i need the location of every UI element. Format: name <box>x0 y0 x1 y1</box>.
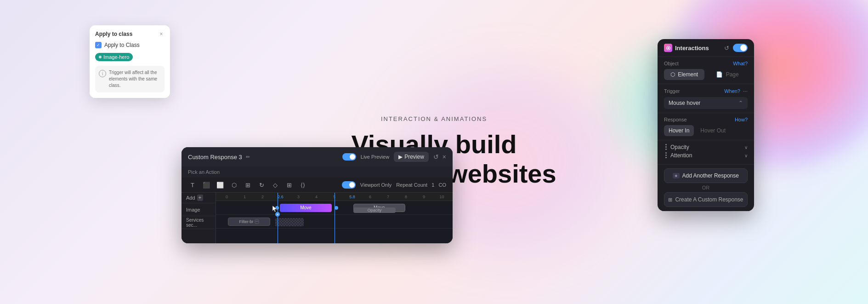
hover-in-tab[interactable]: Hover In <box>664 125 694 136</box>
opacity-action[interactable]: Opacity <box>664 144 689 150</box>
track-bar-filter[interactable]: Filter-br <box>228 218 271 226</box>
page-tab[interactable]: 📄 Page <box>707 69 748 80</box>
class-tag[interactable]: Image-hero <box>95 53 133 61</box>
image-label: Image <box>186 207 200 212</box>
preview-label: Preview <box>404 154 424 160</box>
interactions-icon <box>664 44 672 52</box>
element-tab-label: Element <box>678 71 698 78</box>
ruler-marks: 0 1 2 2.6 3 4 5 5.8 6 7 8 9 10 <box>216 195 453 199</box>
hover-out-tab[interactable]: Hover Out <box>696 125 730 136</box>
opacity-action-row: Opacity ∨ <box>664 144 748 150</box>
info-box: i Trigger will affect all the elements w… <box>95 66 165 92</box>
ruler-8: 8 <box>397 195 415 199</box>
track-services: Filter-br <box>216 215 453 229</box>
or-label: OR <box>664 185 748 190</box>
timeline-controls: Live Preview ▶ Preview ↺ × <box>342 152 446 162</box>
attention-chevron-icon: ∨ <box>744 153 748 158</box>
mouse-hover-dropdown[interactable]: Mouse hover ⌃ <box>664 97 748 109</box>
track-bar-opacity[interactable]: Opacity <box>353 207 396 213</box>
tool-rect[interactable]: ⬛ <box>202 180 211 189</box>
bottom-buttons-section: + Add Another Response OR ⊞ Create A Cus… <box>658 165 754 211</box>
tool-grid[interactable]: ⊞ <box>284 180 294 189</box>
timeline-tracks: 0 1 2 2.6 3 4 5 5.8 6 7 8 9 10 <box>216 193 453 243</box>
track-label-services: Services sec... <box>182 216 216 229</box>
page-tab-label: Page <box>726 71 739 78</box>
timeline-body: Add + Image Services sec... 0 1 2 2.6 3 … <box>182 193 453 243</box>
tools-right: Viewport Only Repeat Count 1 CO <box>342 181 446 189</box>
object-section: Object What? ⬡ Element 📄 Page <box>658 57 754 84</box>
tag-dot <box>99 56 102 58</box>
checkbox-apply-to-class[interactable] <box>95 42 102 48</box>
trigger-row: Trigger When? ··· <box>664 88 748 94</box>
tools-left: T ⬛ ⬜ ⬡ ⊞ ↻ ◇ ⊞ ⟨⟩ <box>188 180 307 189</box>
drag-handle-icon <box>664 144 668 150</box>
timeline-panel: Custom Response 3 ✏ Live Preview ▶ Previ… <box>182 147 453 243</box>
create-custom-response-label: Create A Custom Response <box>675 196 743 203</box>
more-button[interactable]: ··· <box>743 88 748 94</box>
add-response-icon: + <box>673 173 679 178</box>
viewport-toggle[interactable] <box>342 181 356 189</box>
mouse-hover-label: Mouse hover <box>669 100 700 106</box>
close-icon[interactable]: × <box>443 153 446 161</box>
add-label: Add <box>186 195 195 201</box>
ruler-1: 1 <box>236 195 254 199</box>
trigger-controls: When? ··· <box>724 88 748 94</box>
response-section: Response How? Hover In Hover Out <box>658 113 754 140</box>
ruler-6: 6 <box>361 195 379 199</box>
tool-path[interactable]: ⟨⟩ <box>298 180 307 189</box>
attention-label: Attention <box>670 152 692 159</box>
add-row[interactable]: Add + <box>182 193 216 203</box>
timeline-labels: Add + Image Services sec... <box>182 193 216 243</box>
track-bar-move[interactable]: Move <box>280 204 332 212</box>
tool-scale[interactable]: ⊞ <box>243 180 252 189</box>
tool-rotate[interactable]: ↻ <box>257 180 266 189</box>
track-dot-end <box>335 206 338 210</box>
edit-icon[interactable]: ✏ <box>246 154 250 160</box>
add-icon[interactable]: + <box>197 195 203 201</box>
live-preview-toggle[interactable] <box>342 153 356 161</box>
timeline-action-icons: ↺ × <box>433 153 446 161</box>
attention-action[interactable]: Attention <box>664 152 692 159</box>
tool-transform[interactable]: ⬡ <box>229 180 238 189</box>
timeline-header: Custom Response 3 ✏ Live Preview ▶ Previ… <box>182 147 453 166</box>
ruler-2: 2 <box>254 195 272 199</box>
when-link[interactable]: When? <box>724 88 740 94</box>
response-row: Response How? <box>664 117 748 122</box>
preview-button[interactable]: ▶ Preview <box>394 152 429 162</box>
interactions-toggle[interactable] <box>733 44 748 52</box>
response-tabs: Hover In Hover Out <box>664 125 748 136</box>
page-icon: 📄 <box>716 71 723 78</box>
info-icon: i <box>99 70 106 77</box>
pick-action-label: Pick an Action <box>188 169 220 175</box>
undo-icon[interactable]: ↺ <box>433 153 439 161</box>
tag-row: Image-hero <box>95 52 165 61</box>
track-image: Move Move Opacity + <box>216 201 453 215</box>
svg-point-3 <box>667 47 669 49</box>
what-link[interactable]: What? <box>733 61 748 66</box>
object-tabs: ⬡ Element 📄 Page <box>664 69 748 80</box>
how-link[interactable]: How? <box>735 117 748 122</box>
ip-header-icons: ↺ <box>724 44 748 52</box>
timeline-ruler: 0 1 2 2.6 3 4 5 5.8 6 7 8 9 10 <box>216 193 453 201</box>
attention-action-row: Attention ∨ <box>664 152 748 159</box>
live-preview-label: Live Preview <box>361 154 389 160</box>
actions-section: Opacity ∨ Attention ∨ <box>658 140 754 165</box>
tool-text[interactable]: T <box>188 180 197 189</box>
create-custom-response-button[interactable]: ⊞ Create A Custom Response <box>664 192 748 207</box>
checkbox-label: Apply to Class <box>104 42 140 48</box>
svg-rect-1 <box>255 221 258 222</box>
ruler-3: 3 <box>289 195 307 199</box>
timeline-title-row: Custom Response 3 ✏ <box>188 154 250 161</box>
services-label: Services sec... <box>186 218 211 228</box>
viewport-only-label: Viewport Only <box>360 182 391 188</box>
close-button[interactable]: × <box>158 31 165 37</box>
checkbox-row[interactable]: Apply to Class <box>95 42 165 48</box>
custom-icon: ⊞ <box>668 197 672 203</box>
tool-circle[interactable]: ⬜ <box>216 180 225 189</box>
pick-action-bar: Pick an Action <box>182 166 453 178</box>
undo-button[interactable]: ↺ <box>724 45 729 52</box>
interactions-panel: Interactions ↺ Object What? ⬡ Element 📄 … <box>658 39 754 211</box>
add-another-response-button[interactable]: + Add Another Response <box>664 168 748 183</box>
element-tab[interactable]: ⬡ Element <box>664 69 704 80</box>
tool-skew[interactable]: ◇ <box>271 180 280 189</box>
